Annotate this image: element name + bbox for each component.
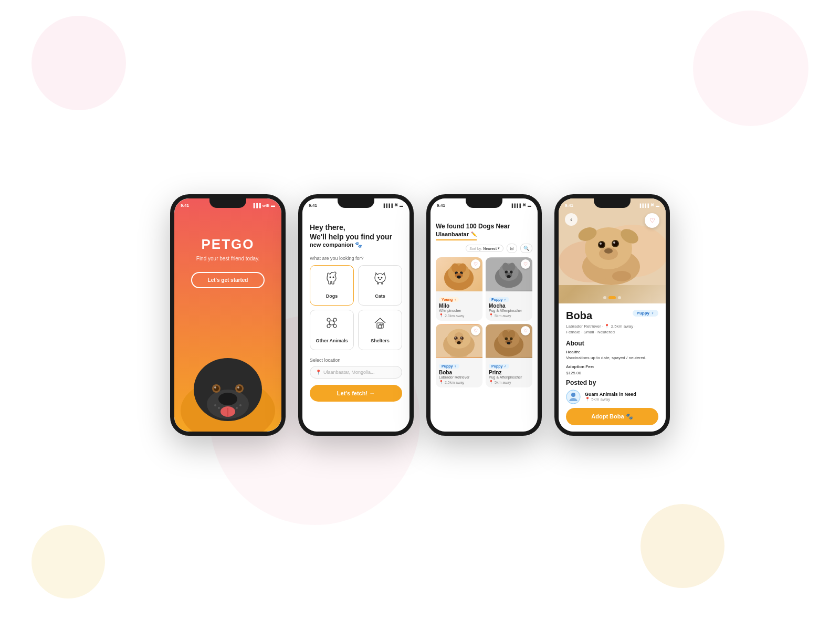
app-subtitle: Find your best friend today. [174, 256, 281, 261]
notch-1 [209, 198, 246, 208]
pet-header-row: Boba Puppy ♀ [566, 310, 658, 322]
svg-point-17 [333, 277, 334, 278]
search-headline-2: We'll help you find your [310, 232, 402, 242]
heart-milo[interactable]: ♡ [471, 259, 480, 269]
heart-mocha[interactable]: ♡ [521, 259, 530, 269]
pet-breed-prinz: Pug & Affenpinscher [489, 375, 529, 379]
badge-mocha: Puppy ♂ [489, 297, 509, 302]
bg-circle-2 [693, 10, 808, 126]
filter-button[interactable]: ⊟ [507, 244, 517, 253]
adopt-button[interactable]: Adopt Boba 🐾 [566, 408, 658, 425]
fetch-button[interactable]: Let's fetch! → [310, 385, 402, 402]
get-started-button[interactable]: Let's get started [191, 272, 265, 288]
category-cats[interactable]: Cats [358, 265, 402, 306]
pet-dist-mocha: 📍 5km away [489, 313, 529, 318]
time-2: 9:41 [309, 203, 317, 208]
signal-icon-3: ▐▐▐▐ [510, 204, 521, 207]
chevron-down-icon: ▾ [498, 246, 500, 250]
category-grid: Dogs Cats [310, 265, 402, 350]
edit-icon[interactable]: ✏️ [471, 232, 477, 237]
badge-boba: Puppy ♀ [439, 364, 459, 369]
location-pin-icon: 📍 [316, 370, 321, 375]
svg-point-18 [378, 277, 380, 279]
category-dogs[interactable]: Dogs [310, 265, 354, 306]
dot-1 [603, 296, 606, 299]
pet-name-boba: Boba [439, 370, 479, 375]
pin-icon-milo: 📍 [439, 313, 444, 318]
search-headline-1: Hey there, [310, 223, 402, 232]
battery-icon-2: ▬ [400, 204, 403, 207]
category-other[interactable]: Other Animals [310, 310, 354, 350]
heart-boba[interactable]: ♡ [471, 326, 480, 335]
fee-info: Adoption Fee: $125.00 [566, 364, 658, 375]
status-icons-1: ▐▐▐ wifi ▬ [252, 203, 275, 208]
other-animals-icon [314, 316, 349, 333]
cats-label: Cats [375, 293, 385, 299]
svg-point-77 [613, 241, 618, 246]
location-input[interactable]: 📍 Ulaanbaatar, Mongolia... [310, 366, 402, 379]
pet-detail-badge: Puppy ♀ [633, 310, 658, 317]
pet-grid: ♡ Young ♀ Milo Affenpinscher 📍 2.3km awa… [436, 257, 532, 387]
signal-icon-2: ▐▐▐▐ [382, 204, 393, 207]
posted-by-title: Posted by [566, 379, 658, 386]
dot-3 [618, 296, 621, 299]
location-label: Select location [310, 358, 402, 363]
pet-card-prinz[interactable]: ♡ Puppy ♂ Prinz Pug & Affenpinscher 📍 5k… [486, 324, 532, 387]
pin-icon-detail: 📍 [604, 324, 610, 329]
svg-point-22 [327, 324, 330, 328]
dog-silhouette [174, 327, 281, 432]
svg-point-20 [327, 318, 330, 321]
pet-dist-prinz: 📍 5km away [489, 380, 529, 384]
about-title: About [566, 340, 658, 347]
wifi-icon-3: ⌘ [522, 203, 526, 207]
svg-point-5 [214, 386, 219, 391]
splash-title-area: PETGO Find your best friend today. Let's… [174, 236, 281, 288]
pet-card-boba[interactable]: ♡ Puppy ♀ Boba Labrador Retriever 📍 2.5k… [436, 324, 482, 387]
svg-point-84 [571, 393, 575, 397]
svg-point-63 [510, 337, 513, 340]
svg-point-53 [461, 337, 462, 338]
heart-prinz[interactable]: ♡ [521, 326, 530, 335]
battery-icon-1: ▬ [271, 203, 275, 208]
shelter-avatar [566, 390, 581, 404]
dogs-label: Dogs [326, 293, 338, 299]
time-4: 9:41 [565, 203, 573, 208]
posted-by-row: Guam Animals in Need 📍 5km away [566, 390, 658, 404]
wifi-icon-4: ⌘ [650, 203, 654, 207]
pet-dist-milo: 📍 2.3km away [439, 313, 479, 318]
favorite-button[interactable]: ♡ [645, 213, 659, 228]
search-button[interactable]: 🔍 [520, 244, 532, 253]
sort-row: Sort by: Nearest ▾ ⊟ 🔍 [436, 244, 532, 253]
cats-icon [363, 271, 397, 288]
gender-icon-detail: ♀ [651, 311, 654, 316]
pet-info-prinz: Puppy ♂ Prinz Pug & Affenpinscher 📍 5km … [486, 358, 532, 387]
svg-point-62 [505, 337, 508, 340]
app-title: PETGO [174, 236, 281, 253]
sort-pill[interactable]: Sort by: Nearest ▾ [466, 245, 503, 252]
pet-breed-milo: Affenpinscher [439, 309, 479, 312]
pin-icon-mocha: 📍 [489, 313, 494, 318]
image-dots [603, 296, 621, 299]
svg-point-78 [613, 242, 615, 244]
back-button[interactable]: ‹ [565, 213, 578, 226]
pet-info-milo: Young ♀ Milo Affenpinscher 📍 2.3km away [436, 291, 482, 321]
shelter-distance: 📍 5km away [585, 397, 636, 402]
pet-breed-mocha: Pug & Affenpinscher [489, 309, 529, 312]
phone-search: 9:41 ▐▐▐▐ ⌘ ▬ Hey there, We'll help you … [298, 194, 414, 436]
svg-point-13 [218, 407, 220, 409]
listings-location: Ulaanbaatar [436, 231, 469, 237]
sort-value: Nearest [483, 247, 497, 250]
svg-rect-28 [382, 324, 383, 325]
pet-card-milo[interactable]: ♡ Young ♀ Milo Affenpinscher 📍 2.3km awa… [436, 257, 482, 321]
pet-card-mocha[interactable]: ♡ Puppy ♂ Mocha Pug & Affenpinscher 📍 5k… [486, 257, 532, 321]
phone-detail: 9:41 ▐▐▐▐ ⌘ ▬ [554, 194, 670, 436]
pet-detail-name: Boba [566, 310, 592, 322]
location-placeholder-text: Ulaanbaatar, Mongolia... [323, 370, 375, 375]
svg-point-59 [498, 329, 519, 348]
svg-point-21 [333, 318, 337, 321]
pet-info-boba: Puppy ♀ Boba Labrador Retriever 📍 2.5km … [436, 358, 482, 387]
svg-point-81 [587, 268, 608, 281]
category-shelters[interactable]: Shelters [358, 310, 402, 350]
svg-point-15 [236, 407, 238, 409]
svg-point-80 [599, 247, 618, 260]
